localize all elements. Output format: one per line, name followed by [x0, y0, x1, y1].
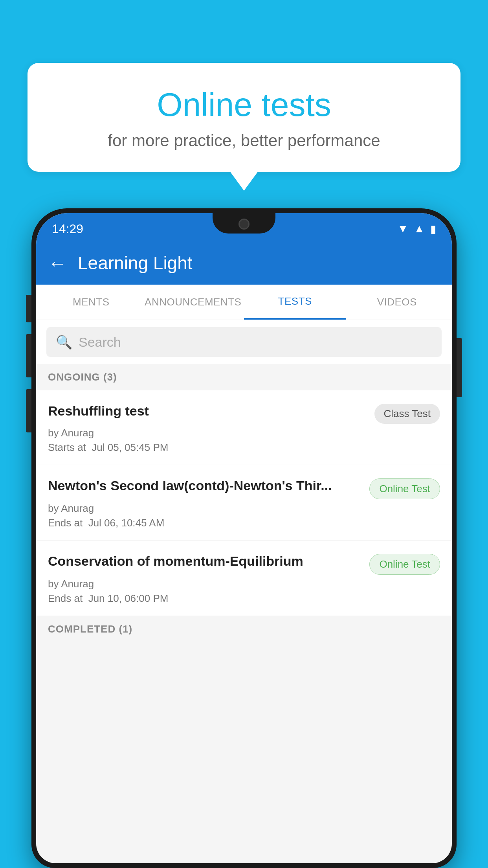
bubble-subtitle: for more practice, better performance [47, 131, 441, 150]
test-by: by Anurag [48, 427, 440, 439]
phone-notch [213, 213, 275, 234]
phone-screen: 14:29 ▼ ▲ ▮ ← Learning Light MENTS ANNOU… [36, 213, 452, 863]
test-item-header: Newton's Second law(contd)-Newton's Thir… [48, 477, 440, 499]
test-time: Ends at Jul 06, 10:45 AM [48, 517, 440, 529]
ongoing-section-header: ONGOING (3) [36, 364, 452, 390]
app-bar: ← Learning Light [36, 241, 452, 285]
test-by: by Anurag [48, 502, 440, 515]
test-time: Ends at Jun 10, 06:00 PM [48, 592, 440, 605]
status-time: 14:29 [52, 219, 83, 236]
tabs-bar: MENTS ANNOUNCEMENTS TESTS VIDEOS [36, 285, 452, 320]
back-button[interactable]: ← [48, 252, 67, 274]
test-item[interactable]: Newton's Second law(contd)-Newton's Thir… [36, 465, 452, 541]
phone-frame: 14:29 ▼ ▲ ▮ ← Learning Light MENTS ANNOU… [31, 208, 457, 868]
test-item-header: Conservation of momentum-Equilibrium Onl… [48, 552, 440, 575]
search-container: 🔍 Search [36, 320, 452, 364]
test-by: by Anurag [48, 578, 440, 590]
phone-side-button [26, 295, 31, 322]
phone-power-button [457, 338, 462, 397]
phone-volume-down-button [26, 389, 31, 432]
status-icons: ▼ ▲ ▮ [398, 219, 436, 235]
battery-icon: ▮ [430, 223, 436, 235]
test-name: Reshuffling test [48, 402, 367, 419]
time-label: Starts at [48, 441, 86, 453]
test-name: Newton's Second law(contd)-Newton's Thir… [48, 477, 361, 494]
phone-volume-up-button [26, 334, 31, 377]
test-badge-class: Class Test [374, 404, 440, 424]
test-badge-online: Online Test [369, 478, 440, 499]
tab-announcements[interactable]: ANNOUNCEMENTS [142, 285, 244, 320]
search-icon: 🔍 [56, 334, 72, 350]
tab-ments[interactable]: MENTS [40, 285, 142, 320]
tab-tests[interactable]: TESTS [244, 285, 346, 320]
search-placeholder: Search [79, 335, 121, 350]
test-item[interactable]: Reshuffling test Class Test by Anurag St… [36, 390, 452, 465]
time-label: Ends at [48, 592, 83, 604]
test-item-header: Reshuffling test Class Test [48, 402, 440, 424]
signal-icon: ▲ [414, 223, 425, 235]
front-camera [238, 219, 250, 230]
test-name: Conservation of momentum-Equilibrium [48, 552, 361, 570]
wifi-icon: ▼ [398, 223, 409, 235]
test-item[interactable]: Conservation of momentum-Equilibrium Onl… [36, 541, 452, 616]
speech-bubble: Online tests for more practice, better p… [28, 63, 460, 172]
app-bar-title: Learning Light [78, 252, 193, 274]
time-value: Jun 10, 06:00 PM [88, 592, 169, 604]
bubble-title: Online tests [47, 86, 441, 123]
test-time: Starts at Jul 05, 05:45 PM [48, 441, 440, 454]
tab-videos[interactable]: VIDEOS [346, 285, 448, 320]
test-badge-online: Online Test [369, 554, 440, 575]
time-label: Ends at [48, 517, 83, 529]
search-box[interactable]: 🔍 Search [46, 327, 442, 357]
time-value: Jul 05, 05:45 PM [92, 441, 168, 453]
time-value: Jul 06, 10:45 AM [88, 517, 165, 529]
completed-section-header: COMPLETED (1) [36, 616, 452, 642]
